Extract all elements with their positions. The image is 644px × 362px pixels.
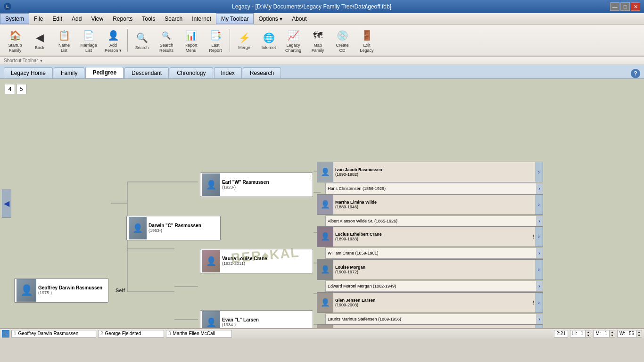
edward-box[interactable]: Edward Moroni Morgan (1862-1949) › (325, 280, 543, 292)
last-report-label: LastReport (209, 43, 222, 53)
add-person-button[interactable]: 👤 AddPerson ▾ (102, 26, 124, 55)
create-cd-button[interactable]: 💿 CreateCD (331, 26, 354, 55)
menu-reports[interactable]: Reports (108, 13, 137, 24)
menu-tools[interactable]: Tools (137, 13, 160, 24)
status-m-spinbtns[interactable]: ▲ ▼ (609, 330, 615, 337)
lucius-photo: 👤 (317, 227, 333, 247)
martha-arrow[interactable]: › (535, 195, 543, 214)
louise-box[interactable]: 👤 Louise Morgan (1900-1972) › (317, 259, 543, 280)
edward-arrow[interactable]: › (536, 281, 543, 291)
william-crane-box[interactable]: William Crane (1859-1901) › (325, 247, 543, 259)
map-family-button[interactable]: 🗺 MapFamily (306, 26, 329, 55)
gen-5[interactable]: 5 (16, 84, 26, 94)
menu-my-toolbar[interactable]: My Toolbar (216, 13, 254, 24)
menu-add[interactable]: Add (67, 13, 86, 24)
menu-about[interactable]: About (287, 13, 311, 24)
roberta-photo: 👤 (317, 325, 333, 328)
search-button[interactable]: 🔍 Search (131, 29, 153, 52)
marriage-list-button[interactable]: 📄 MarriageList (77, 26, 100, 55)
shortcut-expand[interactable]: ▾ (40, 58, 42, 63)
louise-arrow[interactable]: › (535, 260, 543, 280)
louise-info: Louise Morgan (1900-1972) (333, 264, 535, 275)
tab-chronology[interactable]: Chronology (170, 67, 213, 78)
william-crane-arrow[interactable]: › (536, 248, 543, 258)
gen-4[interactable]: 4 (5, 84, 15, 94)
tab-legacy-home[interactable]: Legacy Home (4, 67, 53, 78)
self-info: Geoffrey Darwin Rasmussen (1975-) (38, 285, 106, 295)
pedigree-back-arrow[interactable]: ◀ (2, 189, 11, 218)
status-m-up[interactable]: ▲ (609, 330, 615, 334)
albert-box[interactable]: Albert Alanson Wilde Sr. (1865-1926) › (325, 215, 543, 227)
back-button[interactable]: ◀ Back (28, 29, 51, 52)
earl-rasmussen-box[interactable]: 👤 Earl "W" Rasmussen (1923-) ! (200, 173, 313, 197)
hans-arrow[interactable]: › (536, 183, 543, 194)
lucius-info: Lucius Ethelbert Crane (1899-1933) (333, 231, 533, 242)
earl-name: Earl "W" Rasmussen (222, 180, 311, 185)
create-cd-label: CreateCD (336, 43, 348, 53)
louise-dates: (1900-1972) (335, 270, 533, 274)
albert-arrow[interactable]: › (536, 216, 543, 226)
menu-options[interactable]: Options ▾ (254, 13, 287, 24)
internet-icon: 🌐 (261, 30, 276, 45)
close-button[interactable]: ✕ (631, 2, 640, 11)
exit-legacy-button[interactable]: 🚪 ExitLegacy (355, 26, 378, 55)
ivan-dates: (1890-1982) (335, 172, 533, 177)
earl-dates: (1923-) (222, 185, 311, 189)
map-family-icon: 🗺 (310, 28, 325, 43)
vauna-photo: 👤 (202, 250, 220, 272)
roberta-arrow[interactable]: › (535, 325, 543, 328)
status-m-spinner: M: 1 ▲ ▼ (593, 330, 615, 337)
glen-arrow[interactable]: › (535, 293, 543, 313)
menu-edit[interactable]: Edit (48, 13, 67, 24)
internet-button[interactable]: 🌐 Internet (257, 29, 280, 52)
tab-research[interactable]: Research (243, 67, 281, 78)
status-w-down[interactable]: ▼ (636, 334, 642, 337)
report-menu-button[interactable]: 📊 ReportMenu (180, 26, 202, 55)
maximize-button[interactable]: □ (620, 2, 630, 11)
menu-file[interactable]: File (29, 13, 48, 24)
martha-box[interactable]: 👤 Martha Elmina Wilde (1889-1946) › (317, 194, 543, 215)
status-h-spinbtns[interactable]: ▲ ▼ (585, 330, 591, 337)
tab-index[interactable]: Index (214, 67, 242, 78)
evan-larsen-box[interactable]: 👤 Evan "L" Larsen (1934-) (200, 310, 313, 328)
status-h-up[interactable]: ▲ (585, 330, 591, 334)
albert-name: Albert Alanson Wilde Sr. (1865-1926) (326, 219, 536, 223)
merge-button[interactable]: ⚡ Merge (233, 29, 256, 52)
status-w-spinbtns[interactable]: ▲ ▼ (636, 330, 642, 337)
glen-box[interactable]: 👤 Glen Jensen Larsen (1909-2003) ! › (317, 292, 543, 313)
hans-box[interactable]: Hans Christensen (1856-1929) › (325, 183, 543, 194)
status-h-down[interactable]: ▼ (585, 334, 591, 337)
search-icon: 🔍 (134, 30, 149, 45)
status-m-down[interactable]: ▼ (609, 334, 615, 337)
search-results-button[interactable]: 🔍 SearchResults (155, 26, 178, 55)
menu-internet[interactable]: Internet (187, 13, 216, 24)
laurits-box[interactable]: Laurits Marinus Stefensen (1869-1956) › (325, 313, 543, 325)
minimize-button[interactable]: — (610, 2, 619, 11)
lucius-arrow[interactable]: › (535, 227, 543, 247)
tab-family[interactable]: Family (54, 67, 84, 78)
menu-view[interactable]: View (86, 13, 108, 24)
roberta-box[interactable]: 👤 Roberta Fjeldsted (1912-1998) › (317, 324, 543, 328)
tab-descendant[interactable]: Descendant (124, 67, 169, 78)
louise-photo: 👤 (317, 260, 333, 280)
name-list-button[interactable]: 📋 NameList (53, 26, 75, 55)
back-icon: ◀ (32, 30, 47, 45)
ivan-box[interactable]: 👤 Ivan Jacob Rasmussen (1890-1982) › (317, 162, 543, 182)
menu-search[interactable]: Search (160, 13, 187, 24)
lucius-box[interactable]: 👤 Lucius Ethelbert Crane (1899-1933) ! › (317, 226, 543, 247)
self-person-box[interactable]: 👤 Geoffrey Darwin Rasmussen (1975-) (14, 278, 108, 303)
startup-family-button[interactable]: 🏠 StartupFamily (4, 26, 26, 55)
darwin-rasmussen-box[interactable]: 👤 Darwin "C" Rasmussen (1953-) (126, 216, 221, 240)
hans-name: Hans Christensen (1856-1929) (326, 186, 536, 191)
status-w-up[interactable]: ▲ (636, 330, 642, 334)
last-report-button[interactable]: 📑 LastReport (204, 26, 227, 55)
status-name3: Martha Ellen McCall (173, 331, 215, 336)
ivan-arrow[interactable]: › (535, 162, 543, 182)
nav-help-button[interactable]: ? (631, 69, 640, 78)
title-bar: L Legacy - [D:\My Documents\Legacy Famil… (0, 0, 644, 13)
tab-pedigree[interactable]: Pedigree (85, 67, 124, 78)
status-icon: L (2, 330, 9, 337)
laurits-arrow[interactable]: › (536, 314, 543, 324)
legacy-charting-button[interactable]: 📈 LegacyCharting (282, 26, 305, 55)
menu-system[interactable]: System (0, 13, 29, 24)
